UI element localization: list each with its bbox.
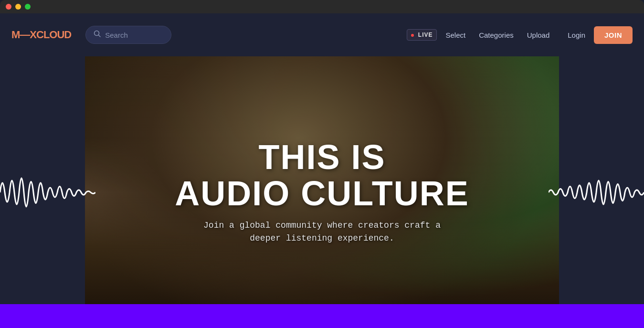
- waveform-left: [0, 56, 95, 328]
- minimize-button[interactable]: [15, 4, 21, 10]
- maximize-button[interactable]: [25, 4, 31, 10]
- nav-right: LIVE Select Categories Upload Login JOIN: [407, 26, 633, 44]
- live-label: LIVE: [418, 32, 433, 38]
- hero-text-overlay: THIS IS AUDIO CULTURE Join a global comm…: [165, 130, 479, 254]
- hero-title-line1: THIS IS: [175, 139, 469, 176]
- hero-title: THIS IS AUDIO CULTURE: [175, 139, 469, 212]
- hero-title-line2: AUDIO CULTURE: [175, 176, 469, 212]
- window-chrome: [0, 0, 644, 13]
- main-content: THIS IS AUDIO CULTURE Join a global comm…: [0, 56, 644, 328]
- live-dot-icon: [411, 34, 414, 37]
- navbar: M—XCLOUD LIVE Select Categories Upload L…: [0, 13, 644, 56]
- logo[interactable]: M—XCLOUD: [11, 29, 71, 41]
- hero-container: THIS IS AUDIO CULTURE Join a global comm…: [85, 56, 559, 328]
- search-input[interactable]: [105, 31, 163, 39]
- hero-subtitle-line1: Join a global community where creators c…: [203, 221, 441, 230]
- search-icon: [94, 30, 101, 40]
- waveform-right-svg: [549, 145, 644, 240]
- select-link[interactable]: Select: [441, 28, 470, 42]
- close-button[interactable]: [6, 4, 11, 10]
- upload-link[interactable]: Upload: [522, 28, 555, 42]
- app: M—XCLOUD LIVE Select Categories Upload L…: [0, 13, 644, 328]
- waveform-left-svg: [0, 145, 95, 240]
- hero-subtitle-line2: deeper listening experience.: [250, 233, 394, 243]
- login-link[interactable]: Login: [563, 28, 590, 42]
- search-bar[interactable]: [85, 26, 171, 44]
- hero-image: THIS IS AUDIO CULTURE Join a global comm…: [85, 56, 559, 328]
- hero-subtitle: Join a global community where creators c…: [203, 219, 442, 245]
- live-badge[interactable]: LIVE: [407, 29, 437, 41]
- categories-link[interactable]: Categories: [474, 28, 518, 42]
- join-button[interactable]: JOIN: [594, 26, 633, 44]
- waveform-right: [549, 56, 644, 328]
- purple-band: [0, 304, 644, 328]
- svg-line-1: [99, 35, 101, 37]
